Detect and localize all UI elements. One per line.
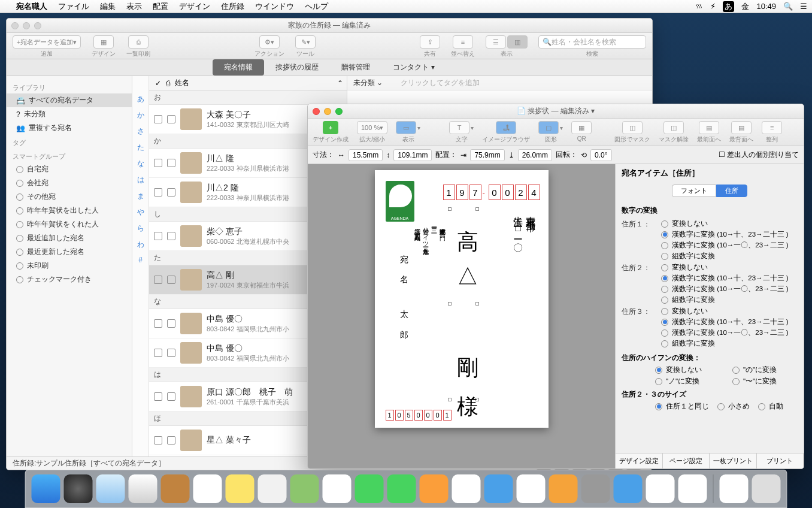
qr-button[interactable]: ▦QR [571,121,592,142]
dock-notes[interactable] [226,474,254,503]
sidebar-item-all[interactable]: 📇 すべての宛名データ [7,93,132,107]
print-checkbox[interactable] [167,188,175,196]
kana-letter[interactable]: は [137,175,144,185]
conv-opt[interactable]: 変換しない [661,263,798,272]
dock-messages[interactable] [355,474,384,503]
clock-day[interactable]: 金 [741,1,749,12]
conv-opt[interactable]: 漢数字に変換 (10→一〇、23→二三 ) [661,241,798,250]
checkbox[interactable] [154,392,162,401]
sidebar-item[interactable]: 最近更新した宛名 [7,245,132,259]
sidebar-item[interactable]: 昨年年賀状をくれた人 [7,217,132,231]
size-opt[interactable]: 住所１と同じ [655,402,709,411]
zoom-button[interactable] [34,22,41,29]
dock-ibooks[interactable] [549,474,578,503]
sidebar-item-uncat[interactable]: ? 未分類 [7,107,132,121]
kana-letter[interactable]: か [137,110,144,120]
btab-single[interactable]: 一枚プリント [710,453,757,468]
dock-mail[interactable] [129,474,157,503]
view-button2[interactable]: ▭▾表示 [396,121,420,144]
canvas[interactable]: 197-0024 東京都福生市牛浜△ー□ー〇 高 △ 剛 様 東京都港区虎ノ門一… [308,164,615,468]
print-checkbox[interactable] [167,319,175,328]
minimize-button[interactable] [324,108,331,115]
view-button[interactable]: ☰▥表示 [486,35,528,58]
window-menu[interactable]: ウインドウ [250,1,299,12]
height-input[interactable]: 109.1mm [393,149,432,161]
checkbox[interactable] [154,188,162,196]
rot-input[interactable]: 0.0° [590,149,611,161]
zoom-button[interactable] [335,108,343,115]
conv-opt[interactable]: 漢数字に変換 (10→十、23→二十三 ) [661,230,798,239]
edit-menu[interactable]: 編集 [95,1,121,12]
conv-opt[interactable]: 変換しない [661,307,798,316]
wifi-icon[interactable]: ᯾ [695,2,703,11]
dock-facetime[interactable] [387,474,416,503]
tab-contact[interactable]: コンタクト ▾ [381,59,446,75]
sort-button[interactable]: ≡並べ替え [451,35,475,58]
btab-design[interactable]: デザイン設定 [616,453,663,468]
kana-letter[interactable]: や [137,207,144,217]
sidebar-item[interactable]: 会社宛 [7,176,132,190]
kana-letter[interactable]: さ [137,126,144,137]
hyphen-opt[interactable]: "〜"に変換 [732,377,798,386]
design-menu[interactable]: デザイン [174,1,216,12]
print-checkbox[interactable] [167,232,175,240]
x-input[interactable]: 75.9mm [470,149,504,161]
print-button[interactable]: ⎙一覧印刷 [126,35,150,58]
hyphen-opt[interactable]: 変換しない [655,365,720,374]
print-checkbox[interactable] [167,159,175,167]
size-opt[interactable]: 小さめ [717,402,750,411]
spotlight-icon[interactable]: 🔍 [783,2,793,11]
tab-gift[interactable]: 贈答管理 [330,59,381,75]
layout-menu[interactable]: 配置 [147,1,174,12]
recipient-name[interactable]: 高 △ 剛 様 [453,212,482,387]
minimize-button[interactable] [23,22,30,29]
print-checkbox[interactable] [167,115,175,123]
print-checkbox[interactable] [167,392,175,401]
view-menu[interactable]: 表示 [121,1,147,12]
action-button[interactable]: ⚙▾アクション [254,35,284,58]
front-button[interactable]: ▤最前面へ [697,121,721,144]
individual-checkbox[interactable]: ☐ 差出人の個別割り当て [719,150,799,160]
conv-opt[interactable]: 漢数字に変換 (10→十、23→二十三 ) [661,274,798,283]
print-checkbox[interactable] [167,436,175,444]
tab-addressinfo[interactable]: 宛名情報 [213,59,264,75]
dock-safari[interactable] [96,474,125,503]
unmask-button[interactable]: ◫マスク解除 [659,121,689,144]
kana-letter[interactable]: わ [137,240,144,250]
menu-icon[interactable]: ☰ [800,2,807,11]
conv-opt[interactable]: 組数字に変換 [661,339,798,348]
dock-maps[interactable] [290,474,319,503]
sidebar-item[interactable]: その他宛 [7,190,132,204]
dock-pages[interactable] [420,474,449,503]
kana-letter[interactable]: あ [137,94,144,104]
kana-letter[interactable]: # [138,256,143,264]
dock-itunes[interactable] [517,474,546,503]
tool-button[interactable]: ✎▾ツール [295,35,316,58]
sidebar-item-dup[interactable]: 👥 重複する宛名 [7,121,132,135]
image-button[interactable]: 🏞イメージブラウザ [482,121,530,144]
ime-icon[interactable]: あ [723,1,734,12]
checkbox[interactable] [154,319,162,328]
zoom-field[interactable]: 100 %▾拡大/縮小 [357,121,387,144]
btab-page[interactable]: ページ設定 [663,453,710,468]
dock-appstore[interactable] [614,474,643,503]
dock-prefs[interactable] [581,474,610,503]
size-opt[interactable]: 自動 [758,402,783,411]
kana-letter[interactable]: ま [137,191,144,201]
dock-app[interactable] [678,474,707,503]
sidebar-item[interactable]: チェックマーク付き [7,273,132,286]
tag-input[interactable]: クリックしてタグを追加 [401,78,480,88]
dock-keynote[interactable] [484,474,513,503]
tab-history[interactable]: 挨拶状の履歴 [264,59,330,75]
shape-button[interactable]: ▢▾図形 [538,121,563,144]
recipient-address[interactable]: 東京都福生市牛浜△ー□ー〇 [511,208,537,237]
dock-contacts[interactable] [161,474,190,503]
conv-opt[interactable]: 漢数字に変換 (10→一〇、23→二三 ) [661,328,798,337]
y-input[interactable]: 26.0mm [518,149,552,161]
checkbox[interactable] [154,159,162,167]
checkbox[interactable] [154,232,162,240]
sender-address[interactable]: 東京都港区虎ノ門一ー二ー三鷲谷ハイツ九十八ー一号室電話 〇三ー一二三四ー五六七八 [413,224,447,244]
share-button[interactable]: ⇪共有 [420,35,440,58]
checkbox[interactable] [154,276,162,284]
clock-time[interactable]: 10:49 [756,2,776,11]
